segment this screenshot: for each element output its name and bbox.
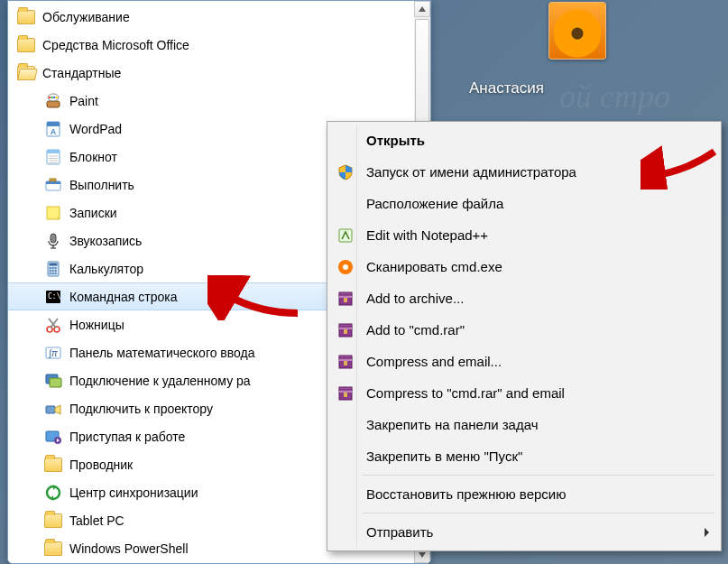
start-item-label: Стандартные — [42, 66, 121, 80]
user-picture[interactable] — [548, 2, 606, 60]
start-item-2[interactable]: Стандартные — [8, 59, 430, 87]
svg-rect-28 — [52, 270, 54, 272]
svg-marker-51 — [419, 6, 426, 12]
svg-rect-31 — [52, 273, 54, 274]
start-item-label: Tablet PC — [69, 513, 124, 528]
svg-rect-30 — [50, 273, 51, 274]
npp-icon — [336, 226, 355, 245]
start-item-label: Ножницы — [69, 318, 124, 332]
start-item-label: Приступая к работе — [69, 430, 185, 444]
svg-rect-17 — [47, 207, 60, 219]
winrar-icon — [336, 320, 355, 340]
folder-icon — [17, 36, 35, 54]
calc-icon — [44, 260, 62, 278]
username-label: Анастасия — [469, 79, 544, 97]
svg-text:A: A — [51, 127, 57, 136]
folder-icon — [44, 540, 62, 558]
context-item-0[interactable]: Открыть — [330, 125, 718, 156]
start-item-0[interactable]: Обслуживание — [8, 3, 430, 31]
notepad-icon — [44, 148, 62, 166]
context-item-11[interactable]: Восстановить прежнюю версию — [330, 478, 718, 510]
wordpad-icon: A — [44, 120, 62, 138]
context-item-label: Add to "cmd.rar" — [366, 322, 465, 337]
context-separator — [363, 513, 714, 513]
snip-icon — [44, 316, 62, 334]
context-item-label: Edit with Notepad++ — [366, 227, 488, 243]
svg-rect-24 — [50, 267, 51, 269]
folder-open-icon — [17, 64, 35, 82]
run-icon — [44, 176, 62, 194]
svg-rect-42 — [50, 378, 61, 387]
sync-icon — [44, 484, 62, 502]
svg-marker-44 — [55, 405, 60, 414]
svg-rect-25 — [52, 267, 54, 269]
svg-rect-19 — [51, 234, 56, 243]
context-item-label: Закрепить на панели задач — [366, 417, 539, 432]
winrar-icon — [336, 352, 355, 372]
context-menu: ОткрытьЗапуск от имени администратораРас… — [327, 121, 722, 551]
context-item-label: Compress to "cmd.rar" and email — [366, 385, 565, 401]
start-item-label: WordPad — [69, 122, 122, 136]
folder-icon — [44, 512, 62, 530]
context-item-label: Сканировать cmd.exe — [366, 259, 502, 274]
svg-point-3 — [51, 96, 52, 97]
start-item-label: Подключить к проектору — [69, 402, 213, 416]
svg-text:∫π: ∫π — [48, 348, 58, 358]
start-item-label: Обслуживание — [42, 10, 130, 24]
start-item-3[interactable]: Paint — [8, 87, 430, 115]
context-item-12[interactable]: Отправить — [330, 516, 718, 548]
projector-icon — [44, 400, 62, 418]
svg-rect-70 — [339, 387, 352, 390]
svg-rect-71 — [344, 393, 347, 397]
start-item-label: Выполнить — [69, 178, 134, 192]
svg-rect-10 — [47, 150, 60, 153]
context-item-4[interactable]: Сканировать cmd.exe — [330, 251, 718, 282]
svg-rect-29 — [55, 270, 57, 272]
background-ghost-text: ой стро — [559, 78, 670, 116]
start-item-label: Средства Microsoft Office — [42, 38, 189, 52]
svg-point-2 — [49, 96, 51, 97]
svg-rect-7 — [47, 122, 60, 126]
context-item-label: Закрепить в меню "Пуск" — [366, 448, 522, 464]
context-item-9[interactable]: Закрепить на панели задач — [330, 409, 718, 440]
start-item-label: Звукозапись — [69, 234, 142, 248]
context-item-5[interactable]: Add to archive... — [330, 282, 718, 314]
svg-rect-67 — [344, 361, 347, 365]
context-separator — [363, 475, 714, 476]
start-item-1[interactable]: Средства Microsoft Office — [8, 31, 430, 59]
start-item-label: Командная строка — [69, 290, 177, 304]
svg-point-55 — [343, 264, 348, 270]
start-item-label: Проводник — [69, 458, 133, 472]
scroll-up-button[interactable] — [414, 1, 430, 17]
mic-icon — [44, 232, 62, 250]
shield-icon — [336, 162, 355, 182]
rdc-icon — [44, 372, 62, 390]
svg-rect-66 — [339, 356, 352, 358]
explorer-icon — [44, 456, 62, 474]
paint-icon — [44, 92, 62, 110]
context-item-3[interactable]: Edit with Notepad++ — [330, 219, 718, 251]
folder-icon — [17, 8, 35, 26]
context-item-label: Восстановить прежнюю версию — [366, 486, 566, 502]
start-item-label: Подключение к удаленному ра — [69, 374, 251, 388]
svg-rect-27 — [50, 270, 51, 272]
context-item-label: Отправить — [366, 524, 433, 540]
svg-rect-59 — [344, 298, 347, 302]
start-item-label: Записки — [69, 206, 117, 220]
start-item-label: Блокнот — [69, 150, 117, 164]
svg-rect-62 — [339, 324, 352, 327]
context-item-7[interactable]: Compress and email... — [330, 346, 718, 377]
context-item-10[interactable]: Закрепить в меню "Пуск" — [330, 440, 718, 472]
context-item-6[interactable]: Add to "cmd.rar" — [330, 314, 718, 346]
cmd-icon: C:\ — [44, 288, 62, 306]
context-item-1[interactable]: Запуск от имени администратора — [330, 156, 718, 188]
svg-rect-63 — [344, 329, 347, 334]
context-item-8[interactable]: Compress to "cmd.rar" and email — [330, 377, 718, 409]
svg-point-4 — [53, 96, 55, 97]
svg-rect-16 — [46, 181, 60, 184]
svg-rect-43 — [46, 406, 55, 413]
svg-rect-23 — [50, 263, 58, 265]
context-item-2[interactable]: Расположение файла — [330, 188, 718, 219]
getting-started-icon — [44, 428, 62, 446]
start-item-label: Paint — [69, 94, 98, 108]
